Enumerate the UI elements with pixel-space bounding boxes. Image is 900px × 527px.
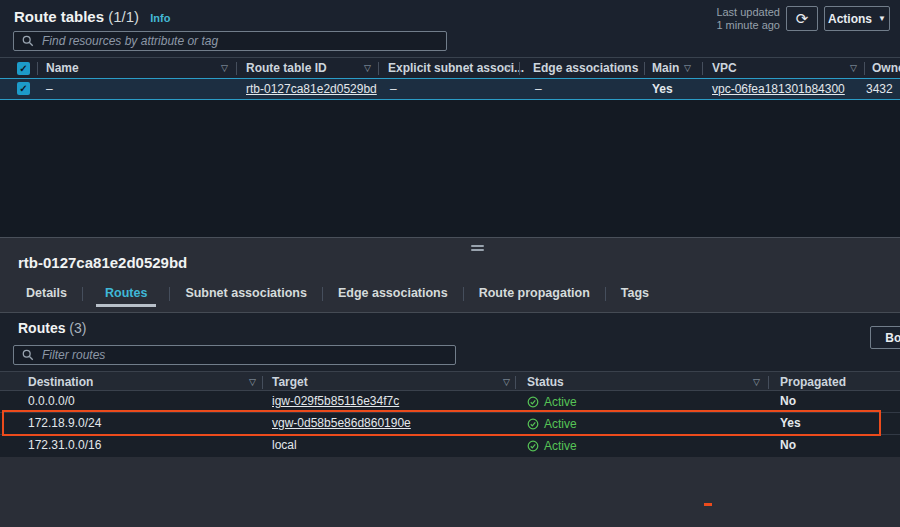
route-row[interactable]: 172.18.9.0/24 vgw-0d58b5e86d860190e Acti… xyxy=(0,413,900,435)
select-all-checkbox[interactable]: ✓ xyxy=(17,62,30,75)
status-active-icon xyxy=(527,396,539,408)
sort-icon[interactable]: ▽ xyxy=(850,58,857,79)
cell-owner: 3432 xyxy=(866,79,893,99)
both-filter-button[interactable]: Both xyxy=(870,326,900,349)
tab-tags[interactable]: Tags xyxy=(619,280,651,307)
cell-edge-associations: – xyxy=(535,79,542,99)
route-tables-table-header: ✓ Name ▽ Route table ID ▽ Explicit subne… xyxy=(0,57,900,78)
vpc-link[interactable]: vpc-06fea181301b84300 xyxy=(712,79,845,99)
cell-main: Yes xyxy=(652,79,673,99)
search-input[interactable] xyxy=(40,33,438,49)
cell-propagated: Yes xyxy=(780,413,801,434)
cell-destination: 172.18.9.0/24 xyxy=(28,413,101,434)
resource-search-box[interactable] xyxy=(13,31,447,51)
table-row[interactable]: ✓ – rtb-0127ca81e2d0529bd – – Yes vpc-06… xyxy=(0,78,900,100)
tab-route-propagation[interactable]: Route propagation xyxy=(477,280,592,307)
cell-propagated: No xyxy=(780,435,796,456)
search-icon xyxy=(22,35,34,47)
split-drag-handle[interactable] xyxy=(471,245,484,253)
detail-title: rtb-0127ca81e2d0529bd xyxy=(18,254,187,271)
annotation-dash xyxy=(704,503,712,506)
info-link[interactable]: Info xyxy=(150,12,170,24)
refresh-button[interactable]: ⟳ xyxy=(786,6,818,31)
status-badge: Active xyxy=(527,435,577,456)
routes-count: (3) xyxy=(69,320,86,336)
search-icon xyxy=(22,349,34,361)
detail-tabs: Details Routes Subnet associations Edge … xyxy=(24,280,651,307)
tab-subnet-associations[interactable]: Subnet associations xyxy=(183,280,309,307)
sort-icon[interactable]: ▽ xyxy=(505,58,512,79)
column-header-status[interactable]: Status xyxy=(527,372,564,393)
target-link[interactable]: vgw-0d58b5e86d860190e xyxy=(272,413,411,434)
routes-filter-box[interactable] xyxy=(13,345,456,365)
page-title-text: Route tables xyxy=(14,8,104,25)
actions-button[interactable]: Actions ▼ xyxy=(824,6,890,31)
route-row[interactable]: 172.31.0.0/16 local Active No xyxy=(0,435,900,457)
cell-destination: 0.0.0.0/0 xyxy=(28,391,75,412)
status-active-icon xyxy=(527,418,539,430)
routes-section-title: Routes (3) xyxy=(18,320,86,336)
column-header-propagated[interactable]: Propagated xyxy=(780,372,846,393)
resource-count: (1/1) xyxy=(108,8,139,25)
status-badge: Active xyxy=(527,413,577,434)
routes-filter-input[interactable] xyxy=(40,347,447,363)
column-header-main[interactable]: Main xyxy=(652,58,679,79)
column-header-target[interactable]: Target xyxy=(272,372,308,393)
route-tables-header-area: Route tables (1/1) Info Last updated 1 m… xyxy=(0,0,900,57)
routes-table-header: Destination ▽ Target ▽ Status ▽ Propagat… xyxy=(0,371,900,391)
column-header-owner[interactable]: Owner xyxy=(872,58,900,79)
tab-routes[interactable]: Routes xyxy=(96,280,156,307)
refresh-icon: ⟳ xyxy=(796,10,809,28)
route-tables-panel: Route tables (1/1) Info Last updated 1 m… xyxy=(0,0,900,237)
sort-icon[interactable]: ▽ xyxy=(364,58,371,79)
sort-icon[interactable]: ▽ xyxy=(618,58,625,79)
tab-details[interactable]: Details xyxy=(24,280,69,307)
sort-icon[interactable]: ▽ xyxy=(503,372,510,393)
column-header-name[interactable]: Name xyxy=(46,58,79,79)
sort-icon[interactable]: ▽ xyxy=(684,58,691,79)
target-link[interactable]: igw-029f5b85116e34f7c xyxy=(272,391,399,412)
sort-icon[interactable]: ▽ xyxy=(753,372,760,393)
check-icon: ✓ xyxy=(19,64,27,74)
route-row[interactable]: 0.0.0.0/0 igw-029f5b85116e34f7c Active N… xyxy=(0,391,900,413)
status-badge: Active xyxy=(527,391,577,412)
cell-propagated: No xyxy=(780,391,796,412)
cell-name: – xyxy=(46,79,53,99)
check-icon: ✓ xyxy=(19,84,27,94)
column-header-explicit-subnet[interactable]: Explicit subnet associ... xyxy=(388,58,524,79)
column-header-destination[interactable]: Destination xyxy=(28,372,93,393)
tab-edge-associations[interactable]: Edge associations xyxy=(336,280,450,307)
routes-card: Routes (3) Both Destination ▽ Target ▽ S… xyxy=(0,312,900,456)
column-header-route-table-id[interactable]: Route table ID xyxy=(246,58,327,79)
sort-icon[interactable]: ▽ xyxy=(221,58,228,79)
details-panel: rtb-0127ca81e2d0529bd Details Routes Sub… xyxy=(0,237,900,527)
cell-target: local xyxy=(272,435,297,456)
chevron-down-icon: ▼ xyxy=(878,14,886,23)
status-active-icon xyxy=(527,440,539,452)
cell-explicit-subnet: – xyxy=(390,79,397,99)
page-title: Route tables (1/1) Info xyxy=(14,8,170,25)
last-updated-label: Last updated 1 minute ago xyxy=(690,6,780,32)
row-checkbox[interactable]: ✓ xyxy=(17,82,30,95)
sort-icon[interactable]: ▽ xyxy=(249,372,256,393)
route-table-id-link[interactable]: rtb-0127ca81e2d0529bd xyxy=(246,79,377,99)
cell-destination: 172.31.0.0/16 xyxy=(28,435,101,456)
column-header-vpc[interactable]: VPC xyxy=(712,58,737,79)
